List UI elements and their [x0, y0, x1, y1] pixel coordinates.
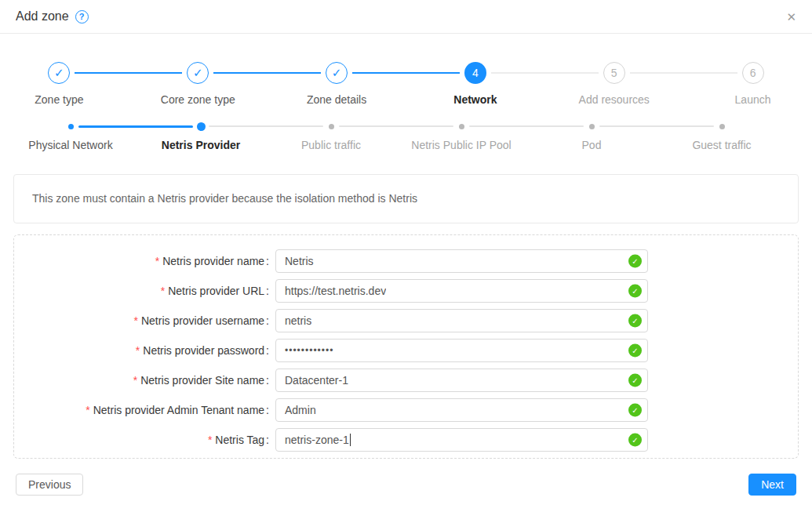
- field-label: Netris provider name: [14, 255, 275, 267]
- substep-label: Netris Provider: [162, 139, 240, 151]
- field-label: Netris Tag: [14, 434, 275, 446]
- substep-label: Public traffic: [301, 139, 361, 151]
- substep-label: Guest traffic: [692, 139, 751, 151]
- help-icon[interactable]: ?: [75, 10, 89, 24]
- valid-check-icon: ✓: [628, 314, 642, 328]
- field-label: Netris provider URL: [14, 285, 275, 297]
- form-row: Netris provider Admin Tenant name Admin …: [14, 398, 798, 422]
- network-substepper: Physical Network Netris Provider Public …: [5, 122, 787, 151]
- form-row: Netris provider URL https://test.netris.…: [14, 279, 798, 303]
- field-label: Netris provider Site name: [14, 374, 275, 387]
- substep-connector: [209, 125, 323, 127]
- step-label: Zone type: [35, 93, 83, 106]
- substep-guest-traffic: Guest traffic: [657, 122, 787, 151]
- step-label: Network: [453, 93, 497, 106]
- valid-check-icon: ✓: [628, 344, 642, 358]
- check-circle-icon: ✓: [326, 62, 348, 84]
- valid-check-icon: ✓: [628, 434, 642, 447]
- substep-connector: [78, 125, 193, 128]
- field-label: Netris provider Admin Tenant name: [14, 404, 275, 416]
- netris-provider-site-name-input[interactable]: Datacenter-1 ✓: [275, 369, 648, 392]
- step-number-badge: 6: [742, 62, 764, 84]
- form-row: Netris provider username netris ✓: [14, 309, 798, 332]
- step-connector: [213, 72, 321, 74]
- netris-provider-username-input[interactable]: netris ✓: [275, 309, 648, 332]
- netris-provider-name-input[interactable]: Netris ✓: [275, 249, 648, 273]
- netris-provider-url-input[interactable]: https://test.netris.dev ✓: [275, 279, 648, 303]
- valid-check-icon: ✓: [628, 255, 642, 268]
- netris-provider-admin-tenant-name-input[interactable]: Admin ✓: [275, 398, 648, 422]
- input-value: Admin: [285, 404, 316, 416]
- step-number-badge: 5: [603, 62, 625, 84]
- valid-check-icon: ✓: [628, 285, 642, 298]
- form-row: Netris provider Site name Datacenter-1 ✓: [14, 369, 798, 392]
- wizard-footer: Previous Next: [16, 474, 796, 496]
- step-dot-icon: [68, 124, 74, 129]
- check-circle-icon: ✓: [187, 62, 209, 84]
- step-dot-icon: [459, 124, 464, 129]
- input-value: https://test.netris.dev: [285, 285, 386, 297]
- form-row: Netris provider name Netris ✓: [14, 249, 798, 273]
- step-dot-icon: [197, 122, 206, 131]
- form-row: Netris provider password •••••••••••• ✓: [14, 339, 798, 362]
- input-value: netris-zone-1: [285, 434, 349, 446]
- input-value: netris: [285, 314, 311, 327]
- step-connector: [491, 72, 599, 74]
- valid-check-icon: ✓: [628, 404, 642, 417]
- step-label: Core zone type: [161, 93, 235, 106]
- step-add-resources: 5 Add resources: [544, 62, 683, 106]
- field-label: Netris provider password: [14, 344, 275, 357]
- step-label: Launch: [735, 93, 771, 106]
- step-connector: [630, 72, 737, 74]
- substep-connector: [469, 125, 584, 127]
- text-cursor: [350, 434, 351, 446]
- step-label: Zone details: [307, 93, 366, 106]
- previous-button[interactable]: Previous: [16, 474, 83, 496]
- substep-connector: [339, 125, 453, 127]
- close-icon[interactable]: ✕: [786, 11, 796, 23]
- substep-label: Physical Network: [28, 139, 112, 151]
- step-launch: 6 Launch: [683, 62, 812, 106]
- step-connector: [352, 72, 460, 74]
- netris-provider-password-input[interactable]: •••••••••••• ✓: [275, 339, 648, 362]
- step-network: 4 Network: [406, 62, 544, 106]
- step-zone-type: ✓ Zone type: [0, 62, 129, 106]
- form-row: Netris Tag netris-zone-1 ✓: [14, 428, 798, 452]
- step-zone-details: ✓ Zone details: [268, 62, 406, 106]
- step-core-zone-type: ✓ Core zone type: [129, 62, 268, 106]
- check-circle-icon: ✓: [48, 62, 70, 84]
- step-connector: [75, 72, 182, 74]
- substep-label: Pod: [582, 139, 602, 151]
- step-number-badge: 4: [464, 62, 486, 84]
- isolation-method-notice: This zone must contain a Netris provider…: [13, 174, 799, 223]
- step-dot-icon: [589, 124, 595, 129]
- dialog-header: Add zone ? ✕: [0, 0, 812, 34]
- masked-password-value: ••••••••••••: [285, 345, 333, 356]
- substep-connector: [599, 125, 714, 127]
- step-dot-icon: [329, 124, 334, 129]
- step-label: Add resources: [579, 93, 650, 106]
- input-value: Datacenter-1: [285, 374, 348, 387]
- netris-provider-form: Netris provider name Netris ✓ Netris pro…: [13, 234, 799, 459]
- valid-check-icon: ✓: [628, 374, 642, 387]
- substep-label: Netris Public IP Pool: [411, 139, 511, 151]
- wizard-stepper: ✓ Zone type ✓ Core zone type ✓ Zone deta…: [0, 62, 812, 106]
- input-value: Netris: [285, 255, 314, 267]
- netris-tag-input[interactable]: netris-zone-1 ✓: [275, 428, 648, 452]
- next-button[interactable]: Next: [748, 474, 796, 496]
- field-label: Netris provider username: [14, 314, 275, 327]
- step-dot-icon: [719, 124, 725, 129]
- page-title: Add zone: [16, 9, 69, 24]
